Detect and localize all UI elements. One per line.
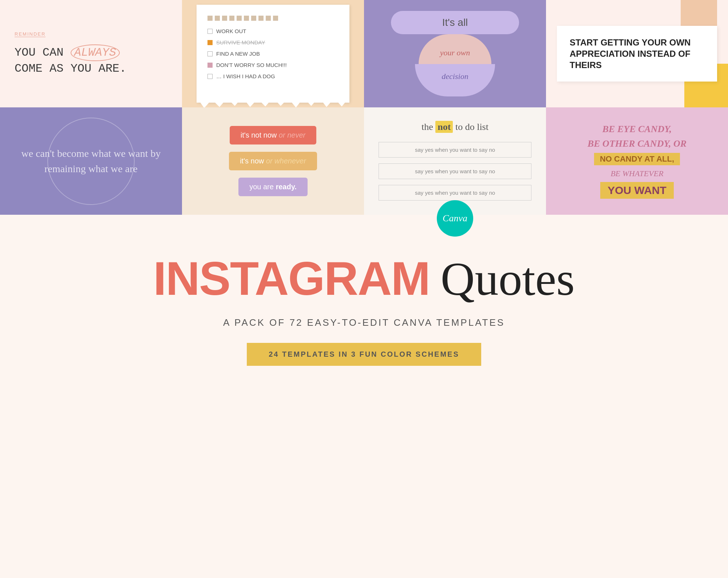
- todo-item-1: say yes when you want to say no: [379, 142, 531, 158]
- canva-label: Canva: [443, 213, 467, 224]
- todo-item-2: say yes when you want to say no: [379, 163, 531, 179]
- always-highlight: ALWAYS: [71, 44, 120, 61]
- pill-its-all: It's all: [391, 11, 519, 34]
- candy-line-1: BE EYE CANDY,: [602, 124, 672, 135]
- or-whenever: or whenever: [266, 157, 306, 165]
- subtitle: A PACK OF 72 EASY-TO-EDIT CANVA TEMPLATE…: [36, 317, 692, 328]
- list-title: the not to do list: [422, 122, 488, 132]
- card-candy: BE EYE CANDY, BE OTHER CANDY, OR NO CAND…: [546, 107, 728, 215]
- card-now: it's not now or never it's now or whenev…: [182, 107, 364, 215]
- title-instagram: INSTAGRAM: [153, 251, 430, 306]
- color-banner: 24 TEMPLATES IN 3 FUN COLOR SCHEMES: [247, 343, 481, 366]
- torn-edge: [197, 97, 349, 107]
- title-quotes: Quotes: [441, 252, 575, 306]
- card-decision: It's all your own decision: [364, 0, 546, 107]
- ready-word: ready.: [276, 183, 296, 191]
- card-checklist: WORK OUT SURVIVE MONDAY FIND A NEW JOB D…: [182, 0, 364, 107]
- note-paper: WORK OUT SURVIVE MONDAY FIND A NEW JOB D…: [197, 5, 349, 103]
- check-item-2: SURVIVE MONDAY: [207, 39, 339, 45]
- candy-highlight-2: YOU WANT: [600, 182, 674, 199]
- check-item-5: … I WISH I HAD A DOG: [207, 73, 339, 79]
- checkbox-5: [207, 74, 213, 79]
- film-strip: [207, 16, 339, 21]
- checkbox-2: [207, 40, 213, 45]
- candy-highlight-1: NO CANDY AT ALL,: [594, 153, 680, 165]
- reminder-label: REMINDER: [15, 31, 46, 37]
- half-circle-decision: decision: [415, 64, 495, 96]
- checkbox-3: [207, 51, 213, 56]
- reminder-text: YOU CAN ALWAYS COME AS YOU ARE.: [15, 44, 126, 76]
- peach-decoration: [681, 0, 717, 29]
- banner-not-now: it's not now or never: [230, 126, 316, 144]
- or-never: or never: [279, 131, 305, 139]
- card-grid: REMINDER YOU CAN ALWAYS COME AS YOU ARE.…: [0, 0, 728, 215]
- checkbox-1: [207, 29, 213, 34]
- banner-now: it's now or whenever: [229, 152, 317, 170]
- become-quote: we can't become what we want by remainin…: [15, 146, 167, 177]
- not-highlight: not: [435, 121, 453, 133]
- check-item-3: FIND A NEW JOB: [207, 51, 339, 57]
- card4-inner: START GETTING YOUR OWN APPRECIATION INST…: [546, 0, 728, 107]
- appreciation-text: START GETTING YOUR OWN APPRECIATION INST…: [570, 37, 704, 71]
- appreciation-text-box: START GETTING YOUR OWN APPRECIATION INST…: [557, 26, 717, 82]
- card-appreciation: START GETTING YOUR OWN APPRECIATION INST…: [546, 0, 728, 107]
- card-become: we can't become what we want by remainin…: [0, 107, 182, 215]
- checkbox-4: [207, 63, 213, 68]
- title-row: INSTAGRAM Quotes: [36, 251, 692, 306]
- todo-item-3: say yes when you want to say no: [379, 185, 531, 201]
- card-reminder: REMINDER YOU CAN ALWAYS COME AS YOU ARE.: [0, 0, 182, 107]
- candy-line-4: BE WHATEVER: [610, 169, 663, 178]
- bottom-section: Canva INSTAGRAM Quotes A PACK OF 72 EASY…: [0, 215, 728, 388]
- canva-badge: Canva: [437, 200, 473, 237]
- card-todo: the not to do list say yes when you want…: [364, 107, 546, 215]
- candy-line-2: BE OTHER CANDY, OR: [587, 138, 687, 149]
- check-item-1: WORK OUT: [207, 28, 339, 34]
- banner-ready: you are ready.: [238, 178, 308, 196]
- check-item-4: DON'T WORRY SO MUCH!!!: [207, 62, 339, 68]
- half-circle-your-own: your own: [419, 34, 491, 64]
